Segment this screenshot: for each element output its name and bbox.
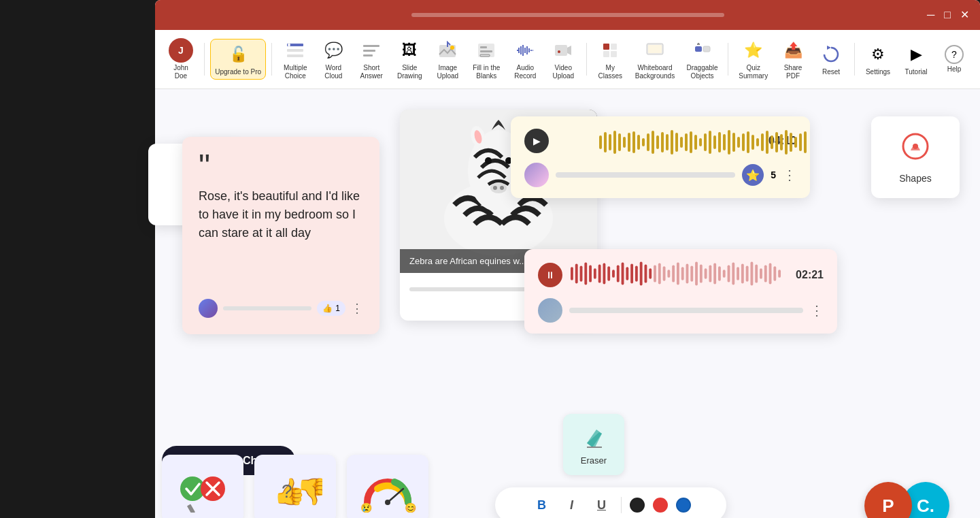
svg-rect-91 bbox=[755, 264, 758, 282]
divider-1 bbox=[204, 43, 205, 76]
fill-blanks-button[interactable]: Fill in theBlanks bbox=[468, 35, 505, 83]
answer-card-thumbs[interactable]: 👍 ? 👎 bbox=[254, 455, 336, 518]
svg-rect-112 bbox=[671, 130, 673, 155]
slide-drawing-label: SlideDrawing bbox=[397, 64, 422, 80]
user-avatar-pink bbox=[538, 298, 562, 323]
audio-card-pink: ⏸ bbox=[524, 249, 837, 334]
svg-rect-85 bbox=[728, 265, 730, 282]
user-progress-yellow bbox=[556, 172, 735, 178]
whiteboard-button[interactable]: WhiteboardBackgrounds bbox=[630, 35, 679, 83]
quote-avatar bbox=[199, 299, 218, 318]
content-area: Inking " Rose, it's beautiful and I'd li… bbox=[155, 89, 980, 518]
svg-rect-111 bbox=[666, 134, 669, 150]
upgrade-button[interactable]: 🔓 Upgrade to Pro bbox=[210, 39, 266, 80]
short-answer-icon bbox=[359, 38, 384, 63]
svg-rect-74 bbox=[677, 263, 679, 285]
tutorial-label: Tutorial bbox=[905, 68, 928, 76]
pause-button-pink[interactable]: ⏸ bbox=[538, 263, 562, 287]
svg-rect-94 bbox=[769, 263, 772, 285]
quiz-summary-button[interactable]: ⭐ QuizSummary bbox=[734, 35, 773, 83]
audio-record-button[interactable]: AudioRecord bbox=[507, 35, 543, 83]
more-button-pink[interactable]: ⋮ bbox=[810, 302, 824, 319]
svg-rect-64 bbox=[630, 263, 633, 283]
eraser-card[interactable]: Eraser bbox=[563, 414, 624, 475]
video-upload-button[interactable]: VideoUpload bbox=[545, 35, 581, 83]
svg-rect-5 bbox=[363, 50, 375, 52]
minimize-button[interactable]: ─ bbox=[927, 10, 934, 20]
svg-rect-78 bbox=[695, 262, 698, 286]
my-classes-button[interactable]: MyClasses bbox=[592, 35, 628, 83]
play-button-yellow[interactable]: ▶ bbox=[524, 129, 549, 153]
color-blue-button[interactable] bbox=[676, 498, 691, 513]
svg-rect-115 bbox=[685, 133, 688, 151]
audio-record-label: AudioRecord bbox=[514, 64, 536, 80]
svg-rect-88 bbox=[741, 263, 744, 283]
more-button-yellow[interactable]: ⋮ bbox=[783, 167, 796, 183]
short-answer-button[interactable]: ShortAnswer bbox=[354, 35, 389, 83]
multiple-choice-button[interactable]: MultipleChoice bbox=[277, 35, 313, 83]
video-upload-label: VideoUpload bbox=[552, 64, 574, 80]
slide-drawing-button[interactable]: 🖼 SlideDrawing bbox=[392, 35, 427, 83]
svg-rect-54 bbox=[584, 263, 587, 285]
share-pdf-label: SharePDF bbox=[784, 64, 802, 80]
image-upload-button[interactable]: ImageUpload bbox=[430, 35, 465, 83]
unlock-icon: 🔓 bbox=[226, 42, 250, 67]
shapes-card[interactable]: Shapes bbox=[871, 116, 960, 198]
ribbon-toolbar: J JohnDoe 🔓 Upgrade to Pro MultipleChoic… bbox=[155, 30, 980, 89]
quote-text: Rose, it's beautiful and I'd like to hav… bbox=[199, 187, 363, 291]
video-upload-icon bbox=[551, 38, 575, 63]
svg-rect-136 bbox=[785, 130, 788, 155]
svg-rect-87 bbox=[737, 267, 739, 280]
bold-button[interactable]: B bbox=[531, 494, 553, 516]
svg-rect-104 bbox=[632, 131, 635, 153]
svg-rect-108 bbox=[652, 131, 654, 154]
svg-text:😢: 😢 bbox=[360, 502, 373, 513]
fill-blanks-icon bbox=[474, 38, 499, 63]
close-button[interactable]: ✕ bbox=[960, 10, 969, 20]
svg-rect-70 bbox=[658, 263, 661, 285]
like-button[interactable]: 👍 1 bbox=[317, 301, 345, 316]
svg-point-40 bbox=[485, 157, 492, 164]
answer-card-gauge[interactable]: 😢 😊 bbox=[347, 455, 428, 518]
multiple-choice-label: MultipleChoice bbox=[284, 64, 307, 80]
user-avatar: J bbox=[169, 38, 193, 63]
whiteboard-icon bbox=[643, 38, 667, 63]
svg-rect-100 bbox=[613, 131, 616, 154]
svg-rect-72 bbox=[667, 270, 670, 278]
svg-rect-118 bbox=[699, 138, 702, 146]
settings-icon: ⚙ bbox=[866, 42, 890, 67]
reset-button[interactable]: Reset bbox=[813, 39, 849, 79]
svg-rect-103 bbox=[628, 133, 630, 152]
svg-rect-28 bbox=[603, 51, 609, 57]
share-pdf-icon: 📤 bbox=[781, 38, 805, 63]
user-name-label: JohnDoe bbox=[173, 64, 188, 80]
user-profile[interactable]: J JohnDoe bbox=[163, 35, 199, 83]
word-cloud-button[interactable]: 💬 WordCloud bbox=[316, 35, 351, 83]
maximize-button[interactable]: □ bbox=[944, 10, 951, 20]
svg-point-8 bbox=[450, 46, 454, 50]
svg-rect-86 bbox=[732, 263, 734, 285]
quote-more-button[interactable]: ⋮ bbox=[351, 301, 363, 316]
settings-button[interactable]: ⚙ Settings bbox=[860, 39, 896, 79]
color-red-button[interactable] bbox=[653, 498, 668, 513]
titlebar-controls[interactable]: ─ □ ✕ bbox=[927, 10, 969, 20]
tutorial-button[interactable]: ▶ Tutorial bbox=[898, 39, 934, 79]
answer-card-checkmark[interactable] bbox=[162, 455, 243, 518]
svg-rect-76 bbox=[686, 263, 689, 283]
svg-rect-57 bbox=[598, 264, 601, 282]
help-button[interactable]: ? Help bbox=[936, 42, 972, 76]
quiz-summary-icon: ⭐ bbox=[741, 38, 766, 63]
format-divider bbox=[621, 497, 622, 513]
draggable-button[interactable]: DraggableObjects bbox=[682, 35, 723, 83]
svg-rect-124 bbox=[728, 130, 730, 155]
share-pdf-button[interactable]: 📤 SharePDF bbox=[775, 35, 811, 83]
color-black-button[interactable] bbox=[630, 498, 645, 513]
svg-rect-71 bbox=[663, 266, 666, 280]
svg-rect-62 bbox=[622, 263, 624, 285]
svg-rect-75 bbox=[681, 267, 684, 280]
titlebar: ─ □ ✕ bbox=[155, 0, 980, 30]
underline-button[interactable]: U bbox=[591, 494, 613, 516]
svg-rect-123 bbox=[723, 134, 726, 150]
reset-label: Reset bbox=[822, 68, 840, 76]
italic-button[interactable]: I bbox=[561, 494, 583, 516]
